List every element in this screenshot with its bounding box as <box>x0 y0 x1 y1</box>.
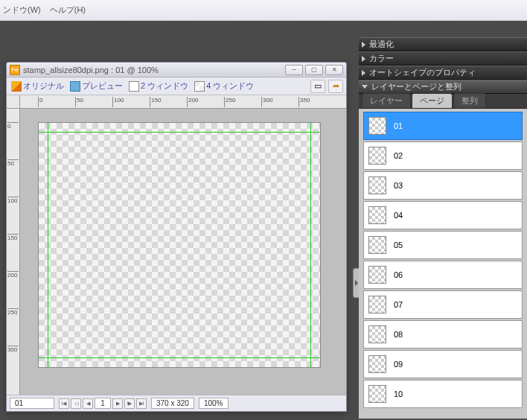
fireworks-icon: Fw <box>10 65 20 75</box>
ruler-tick: 150 <box>7 234 19 241</box>
four-window-icon <box>194 81 205 92</box>
export-icon: ➦ <box>333 81 339 91</box>
minimize-button[interactable]: ─ <box>285 65 303 75</box>
page-thumbnail <box>368 147 386 165</box>
export-button[interactable]: ➦ <box>328 80 343 93</box>
page-row[interactable]: 01 <box>363 112 523 140</box>
guide-horizontal[interactable] <box>39 357 320 358</box>
view-preview[interactable]: プレビュー <box>68 80 124 92</box>
view-original[interactable]: オリジナル <box>10 80 66 92</box>
panel-layers-pages[interactable]: レイヤーとページと整列 <box>359 80 527 94</box>
page-row[interactable]: 02 <box>363 141 523 170</box>
page-row[interactable]: 08 <box>363 320 523 349</box>
menu-window[interactable]: ンドウ(W) <box>3 4 41 16</box>
tab-page[interactable]: ページ <box>412 93 453 108</box>
document-statusbar: 01 I◀ ◁ ◀ 1 ▶ I▶ ▶I 370 x 320 100% <box>7 395 346 411</box>
canvas-scroll-area[interactable] <box>20 109 346 395</box>
page-icon: ▭ <box>314 81 322 91</box>
guide-vertical[interactable] <box>48 123 48 367</box>
chevron-right-icon <box>362 42 365 48</box>
ruler-tick: 0 <box>7 122 19 130</box>
page-label: 07 <box>394 300 403 309</box>
page-label: 06 <box>394 270 403 279</box>
zoom-field[interactable]: 100% <box>199 398 229 409</box>
ruler-corner <box>7 95 20 109</box>
first-page-button[interactable]: I◀ <box>59 398 69 409</box>
ruler-tick: 0 <box>38 97 42 107</box>
view-4up[interactable]: 4 ウィンドウ <box>193 80 255 92</box>
page-label: 03 <box>394 181 403 190</box>
page-thumbnail <box>368 206 386 224</box>
ruler-tick: 250 <box>7 308 19 316</box>
guide-horizontal[interactable] <box>39 132 320 133</box>
document-toolbar: オリジナル プレビュー 2 ウィンドウ 4 ウィンドウ ▭ ➦ <box>7 77 346 95</box>
page-thumbnail <box>368 385 386 403</box>
right-panel: 最適化 カラー オートシェイプのプロパティ レイヤーとページと整列 レイヤー ペ… <box>359 37 527 420</box>
two-window-icon <box>129 81 139 92</box>
page-row[interactable]: 05 <box>363 231 523 259</box>
page-thumbnail <box>368 296 386 314</box>
prev-page-button[interactable]: ◁ <box>71 398 81 409</box>
page-label: 02 <box>394 151 403 160</box>
workspace: Fw stamp_allsize80dpi.png : 01 @ 100% ─ … <box>0 21 527 420</box>
chevron-down-icon <box>362 85 368 89</box>
canvas[interactable] <box>38 122 321 368</box>
panel-tabs: レイヤー ページ 整列 <box>359 94 527 109</box>
ruler-vertical[interactable]: 050100150200250300 <box>7 109 20 395</box>
ruler-tick: 300 <box>261 97 272 107</box>
page-row[interactable]: 04 <box>363 201 523 229</box>
chevron-right-icon <box>362 70 365 76</box>
page-list[interactable]: 01020304050607080910 <box>359 109 527 419</box>
page-row[interactable]: 06 <box>363 261 523 289</box>
page-row[interactable]: 07 <box>363 290 523 319</box>
next-page-button[interactable]: I▶ <box>124 398 135 409</box>
image-icon <box>70 81 80 92</box>
document-window: Fw stamp_allsize80dpi.png : 01 @ 100% ─ … <box>6 62 347 412</box>
page-thumbnail <box>368 236 386 254</box>
ruler-horizontal[interactable]: 050100150200250300350 <box>20 95 346 109</box>
last-page-button[interactable]: ▶I <box>136 398 147 409</box>
ruler-tick: 300 <box>7 346 19 353</box>
ruler-tick: 150 <box>150 97 161 107</box>
tab-layer[interactable]: レイヤー <box>362 93 411 108</box>
page-label: 08 <box>394 330 403 339</box>
guide-vertical[interactable] <box>310 123 311 367</box>
maximize-button[interactable]: ▢ <box>305 65 323 75</box>
page-thumbnail <box>368 266 386 284</box>
page-row[interactable]: 09 <box>363 350 523 378</box>
page-name-field[interactable]: 01 <box>10 398 54 409</box>
prev-button[interactable]: ◀ <box>83 398 93 409</box>
page-navigation: I◀ ◁ ◀ 1 ▶ I▶ ▶I <box>59 398 147 409</box>
panel-optimize[interactable]: 最適化 <box>359 37 527 51</box>
page-label: 09 <box>394 360 403 369</box>
ruler-tick: 100 <box>112 97 124 107</box>
view-2up[interactable]: 2 ウィンドウ <box>127 80 190 92</box>
ruler-tick: 50 <box>7 159 19 167</box>
tab-align[interactable]: 整列 <box>453 93 486 108</box>
page-thumbnail <box>368 355 386 373</box>
document-body: 050100150200250300350 050100150200250300 <box>7 95 346 395</box>
document-title: stamp_allsize80dpi.png : 01 @ 100% <box>23 66 285 74</box>
page-thumbnail <box>368 325 386 343</box>
page-label: 05 <box>394 241 403 249</box>
ruler-tick: 200 <box>7 271 19 279</box>
menu-help[interactable]: ヘルプ(H) <box>50 4 86 16</box>
page-number-field[interactable]: 1 <box>95 398 111 409</box>
page-row[interactable]: 10 <box>363 380 523 408</box>
ruler-tick: 350 <box>298 97 310 107</box>
dimensions-field: 370 x 320 <box>151 398 194 409</box>
page-label: 04 <box>394 211 403 220</box>
menubar: ンドウ(W) ヘルプ(H) <box>0 0 527 21</box>
panel-expand-handle[interactable] <box>353 268 359 298</box>
chevron-right-icon <box>362 56 365 62</box>
close-button[interactable]: ✕ <box>325 65 343 75</box>
pencil-icon <box>11 81 22 92</box>
document-titlebar[interactable]: Fw stamp_allsize80dpi.png : 01 @ 100% ─ … <box>7 63 346 77</box>
next-button[interactable]: ▶ <box>112 398 123 409</box>
page-row[interactable]: 03 <box>363 171 523 200</box>
page-tool-button[interactable]: ▭ <box>310 80 325 93</box>
panel-color[interactable]: カラー <box>359 51 527 66</box>
ruler-tick: 100 <box>7 197 19 204</box>
panel-autoshape[interactable]: オートシェイプのプロパティ <box>359 66 527 80</box>
page-label: 01 <box>394 121 403 130</box>
